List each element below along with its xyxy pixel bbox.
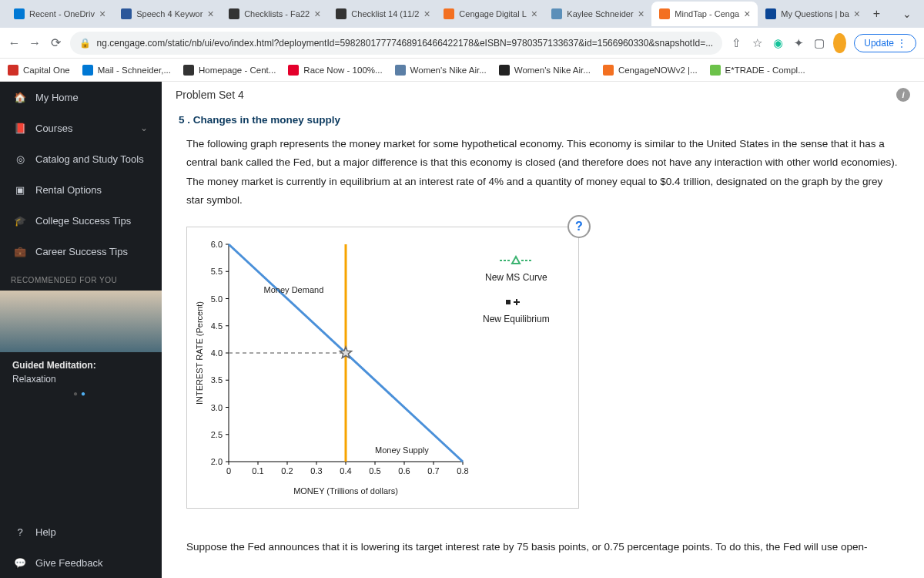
svg-text:6.0: 6.0 [211, 240, 223, 249]
svg-text:0.2: 0.2 [281, 466, 293, 476]
bookmark-item[interactable]: Mail - Schneider,... [82, 65, 171, 76]
bookmark-bar: Capital One Mail - Schneider,... Homepag… [0, 59, 924, 82]
close-icon[interactable]: × [744, 8, 750, 20]
bookmark-item[interactable]: Race Now - 100%... [288, 65, 382, 76]
browser-tab[interactable]: Speech 4 Keywor× [113, 2, 221, 26]
legend-equilibrium[interactable]: New Equilibrium [483, 294, 550, 324]
bookmark-item[interactable]: CengageNOWv2 |... [603, 65, 698, 76]
carousel-dots[interactable]: ●● [0, 385, 162, 402]
content-header: Problem Set 4 i [162, 82, 924, 109]
svg-rect-47 [506, 300, 511, 304]
svg-text:3.0: 3.0 [211, 403, 223, 412]
star-icon[interactable]: ☆ [751, 33, 764, 53]
svg-text:0: 0 [226, 466, 231, 476]
browser-tab[interactable]: My Questions | ba× [758, 2, 865, 26]
bookmark-item[interactable]: E*TRADE - Compl... [710, 65, 805, 76]
close-icon[interactable]: × [314, 8, 320, 20]
sidebar-item-home[interactable]: 🏠My Home [0, 82, 162, 113]
svg-text:3.5: 3.5 [211, 375, 223, 385]
forward-button[interactable]: → [28, 33, 42, 53]
bookmark-item[interactable]: Women's Nike Air... [499, 65, 591, 76]
sidebar-item-feedback[interactable]: 💬Give Feedback [0, 547, 162, 578]
close-icon[interactable]: × [99, 8, 105, 20]
sidebar-item-help[interactable]: ?Help [0, 516, 162, 547]
chart-legend: New MS Curve New Equilibrium [483, 237, 550, 502]
graduation-icon: 🎓 [14, 214, 26, 227]
briefcase-icon: 💼 [14, 245, 26, 257]
compass-icon: ◎ [14, 153, 26, 165]
close-icon[interactable]: × [207, 8, 213, 20]
reader-icon[interactable]: ▢ [813, 33, 826, 53]
svg-text:Money Demand: Money Demand [264, 286, 324, 295]
browser-tab[interactable]: Checklists - Fa22× [221, 2, 328, 26]
browser-tab[interactable]: Kaylee Schneider× [544, 2, 651, 26]
bookmark-item[interactable]: Homepage - Cent... [183, 65, 276, 76]
svg-text:0.6: 0.6 [398, 466, 410, 476]
chart-plot-area[interactable]: 2.02.53.03.54.04.55.05.56.000.10.20.30.4… [193, 237, 470, 502]
box-icon: ▣ [14, 183, 26, 196]
main-content: Problem Set 4 i 5 . Changes in the money… [162, 82, 924, 578]
new-tab-button[interactable]: + [865, 3, 887, 25]
url-text: ng.cengage.com/static/nb/ui/evo/index.ht… [97, 38, 714, 49]
sidebar-item-courses[interactable]: 📕Courses⌄ [0, 113, 162, 143]
home-icon: 🏠 [14, 91, 26, 103]
svg-text:0.1: 0.1 [252, 466, 263, 476]
reload-button[interactable]: ⟳ [49, 33, 62, 53]
close-icon[interactable]: × [638, 8, 644, 20]
sidebar-item-career-tips[interactable]: 💼Career Success Tips [0, 236, 162, 267]
browser-tab[interactable]: Recent - OneDriv× [6, 2, 113, 26]
sidebar-item-rental[interactable]: ▣Rental Options [0, 174, 162, 205]
browser-tab[interactable]: Checklist 14 (11/2× [328, 2, 436, 26]
url-bar[interactable]: 🔒 ng.cengage.com/static/nb/ui/evo/index.… [70, 32, 723, 55]
sidebar-item-college-tips[interactable]: 🎓College Success Tips [0, 205, 162, 236]
question-body: The following graph represents the money… [162, 135, 924, 210]
extension-icon[interactable]: ✦ [792, 33, 805, 53]
svg-text:2.5: 2.5 [211, 430, 223, 439]
svg-text:4.5: 4.5 [211, 321, 223, 331]
browser-tab[interactable]: Cengage Digital L× [436, 2, 544, 26]
recommendation-image [0, 291, 162, 352]
lock-icon: 🔒 [79, 38, 91, 49]
book-icon: 📕 [14, 122, 26, 134]
update-button[interactable]: Update⋮ [854, 34, 916, 52]
browser-tab-strip: Recent - OneDriv× Speech 4 Keywor× Check… [0, 0, 924, 28]
svg-text:0.5: 0.5 [369, 466, 380, 476]
svg-text:5.5: 5.5 [211, 267, 223, 276]
browser-toolbar: ← → ⟳ 🔒 ng.cengage.com/static/nb/ui/evo/… [0, 28, 924, 59]
grammarly-icon[interactable]: ◉ [772, 33, 785, 53]
question-title: 5 . Changes in the money supply [162, 109, 924, 135]
feedback-icon: 💬 [14, 556, 26, 569]
svg-text:INTEREST RATE (Percent): INTEREST RATE (Percent) [195, 301, 204, 405]
chevron-down-icon: ⌄ [140, 123, 148, 133]
sidebar: 🏠My Home 📕Courses⌄ ◎Catalog and Study To… [0, 82, 162, 578]
profile-icon[interactable] [833, 33, 846, 53]
chart-container: ? 2.02.53.03.54.04.55.05.56.000.10.20.30… [186, 227, 579, 509]
legend-ms-curve[interactable]: New MS Curve [483, 252, 550, 283]
recommended-heading: RECOMMENDED FOR YOU [0, 267, 162, 291]
tab-overflow-icon[interactable]: ⌄ [896, 8, 918, 20]
recommendation-card[interactable]: Guided Meditation: Relaxation ●● [0, 291, 162, 412]
svg-text:0.8: 0.8 [457, 466, 468, 476]
recommendation-subtitle: Relaxation [0, 374, 162, 385]
svg-text:0.4: 0.4 [340, 466, 351, 476]
recommendation-title: Guided Meditation: [0, 352, 162, 374]
back-button[interactable]: ← [8, 33, 21, 53]
svg-text:2.0: 2.0 [211, 457, 223, 466]
chart-help-button[interactable]: ? [567, 215, 591, 238]
sidebar-item-catalog[interactable]: ◎Catalog and Study Tools [0, 143, 162, 174]
help-icon: ? [14, 526, 26, 538]
info-icon[interactable]: i [896, 88, 910, 102]
close-icon[interactable]: × [854, 8, 860, 20]
bookmark-item[interactable]: Women's Nike Air... [395, 65, 487, 76]
close-icon[interactable]: × [531, 8, 537, 20]
svg-text:4.0: 4.0 [211, 348, 223, 358]
question-continued: Suppose the Fed announces that it is low… [162, 526, 924, 556]
browser-tab-active[interactable]: MindTap - Cenga× [651, 2, 758, 26]
share-icon[interactable]: ⇧ [730, 33, 743, 53]
svg-text:5.0: 5.0 [211, 294, 223, 304]
close-icon[interactable]: × [424, 8, 430, 20]
bookmark-item[interactable]: Capital One [8, 65, 70, 76]
app-container: 🏠My Home 📕Courses⌄ ◎Catalog and Study To… [0, 82, 924, 578]
svg-text:MONEY (Trillions of dollars): MONEY (Trillions of dollars) [293, 486, 398, 496]
svg-text:0.7: 0.7 [427, 466, 439, 476]
